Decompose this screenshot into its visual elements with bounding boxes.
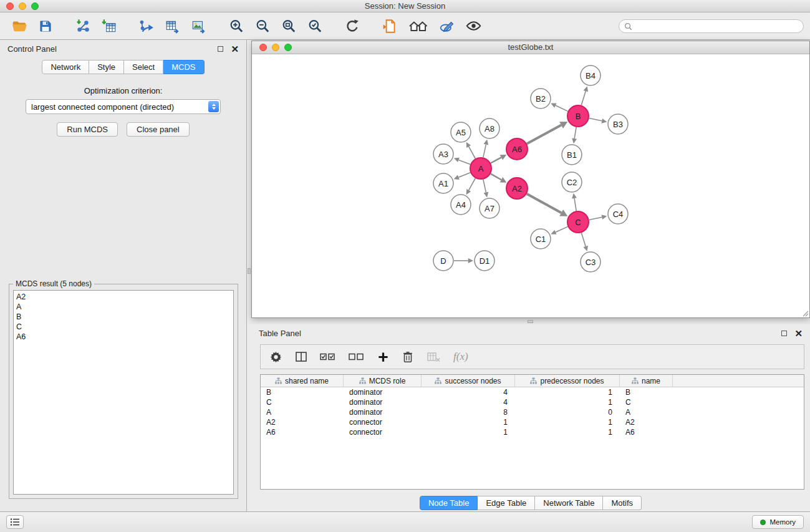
mcds-result-item[interactable]: C bbox=[16, 322, 233, 332]
export-network-button[interactable] bbox=[136, 16, 157, 37]
graph-edge-A-A7[interactable] bbox=[483, 180, 486, 193]
show-columns-button[interactable] bbox=[295, 351, 307, 363]
mcds-result-item[interactable]: B bbox=[16, 312, 233, 322]
table-settings-button[interactable] bbox=[269, 351, 282, 364]
table-close-panel-icon[interactable]: ✕ bbox=[794, 331, 803, 336]
vertical-splitter-handle[interactable] bbox=[248, 268, 251, 274]
graph-node-B4[interactable]: B4 bbox=[581, 65, 600, 85]
graph-node-A4[interactable]: A4 bbox=[451, 195, 471, 215]
function-builder-button[interactable]: f(x) bbox=[453, 351, 468, 363]
run-mcds-button[interactable]: Run MCDS bbox=[57, 122, 118, 137]
tab-mcds[interactable]: MCDS bbox=[163, 60, 204, 74]
optimization-criterion-select[interactable]: largest connected component (directed) bbox=[26, 99, 221, 114]
search-input[interactable] bbox=[632, 21, 803, 32]
graph-edge-C-C2[interactable] bbox=[574, 198, 576, 211]
zoom-window-button[interactable] bbox=[31, 2, 39, 10]
table-tab-edge-table[interactable]: Edge Table bbox=[478, 496, 535, 510]
mcds-result-item[interactable]: A bbox=[16, 302, 233, 312]
minimize-window-button[interactable] bbox=[19, 2, 26, 10]
table-float-panel-icon[interactable] bbox=[781, 331, 787, 336]
export-image-button[interactable] bbox=[188, 16, 210, 37]
tab-style[interactable]: Style bbox=[89, 60, 124, 74]
graph-node-C4[interactable]: C4 bbox=[608, 204, 628, 224]
table-row[interactable]: Bdominator41B bbox=[261, 387, 804, 397]
graph-edge-C-C3[interactable] bbox=[581, 233, 586, 246]
graph-edge-A-A1[interactable] bbox=[458, 173, 470, 178]
zoom-fit-button[interactable] bbox=[278, 16, 299, 37]
mcds-result-item[interactable]: A6 bbox=[16, 332, 233, 342]
open-session-button[interactable] bbox=[9, 16, 30, 37]
graph-node-B3[interactable]: B3 bbox=[608, 114, 628, 134]
ndex-home-button[interactable] bbox=[405, 16, 432, 37]
graph-node-B2[interactable]: B2 bbox=[531, 89, 551, 109]
table-tab-motifs[interactable]: Motifs bbox=[603, 496, 642, 510]
graph-node-A8[interactable]: A8 bbox=[480, 118, 499, 138]
tab-network[interactable]: Network bbox=[42, 60, 89, 74]
graph-node-A6[interactable]: A6 bbox=[506, 138, 528, 160]
column-header[interactable]: MCDS role bbox=[344, 375, 422, 387]
delete-column-button[interactable] bbox=[402, 351, 414, 363]
graph-node-A1[interactable]: A1 bbox=[433, 173, 453, 193]
graph-edge-A-A8[interactable] bbox=[483, 145, 486, 158]
table-row[interactable]: Cdominator41C bbox=[261, 397, 804, 407]
zoom-selected-button[interactable] bbox=[304, 16, 325, 37]
network-canvas[interactable]: B4B2BB3A5A8A6A3B1AC2A1A2A4A7C4CC1DD1C3 bbox=[252, 55, 809, 317]
zoom-in-button[interactable] bbox=[226, 16, 247, 37]
graph-edge-B-B2[interactable] bbox=[556, 105, 568, 111]
graph-node-B1[interactable]: B1 bbox=[562, 145, 582, 165]
column-header[interactable]: name bbox=[620, 375, 673, 387]
memory-button[interactable]: Memory bbox=[752, 515, 804, 529]
graph-edge-C-C4[interactable] bbox=[589, 217, 602, 220]
table-tab-network-table[interactable]: Network Table bbox=[535, 496, 603, 510]
graph-node-D[interactable]: D bbox=[433, 251, 453, 271]
save-session-button[interactable] bbox=[35, 16, 56, 37]
graph-node-B[interactable]: B bbox=[567, 105, 589, 127]
graph-edge-A2-C[interactable] bbox=[527, 194, 561, 213]
column-header[interactable]: shared name bbox=[261, 375, 344, 387]
graph-edge-A-A3[interactable] bbox=[459, 160, 471, 164]
network-minimize-button[interactable] bbox=[272, 44, 279, 51]
graph-node-D1[interactable]: D1 bbox=[475, 251, 494, 271]
export-table-button[interactable] bbox=[162, 16, 183, 37]
close-window-button[interactable] bbox=[6, 2, 14, 10]
close-panel-icon[interactable]: ✕ bbox=[231, 46, 239, 52]
graph-edge-C-C1[interactable] bbox=[556, 226, 568, 232]
graph-node-C2[interactable]: C2 bbox=[562, 172, 582, 192]
graph-node-C[interactable]: C bbox=[567, 211, 589, 233]
graph-edge-A-A2[interactable] bbox=[491, 174, 501, 180]
graph-edge-B-B4[interactable] bbox=[581, 91, 586, 105]
task-history-button[interactable] bbox=[6, 515, 24, 529]
column-header[interactable]: successor nodes bbox=[422, 375, 515, 387]
resize-grip-icon[interactable] bbox=[801, 309, 809, 317]
graph-edge-B-B1[interactable] bbox=[574, 127, 576, 138]
create-column-button[interactable] bbox=[377, 351, 389, 363]
delete-table-button[interactable] bbox=[427, 351, 441, 363]
tab-select[interactable]: Select bbox=[124, 60, 163, 74]
refresh-layout-button[interactable] bbox=[342, 16, 363, 37]
graph-edge-A-A4[interactable] bbox=[469, 178, 476, 190]
table-row[interactable]: A2connector11A2 bbox=[261, 417, 804, 427]
cyndex-button[interactable] bbox=[379, 16, 400, 37]
column-header[interactable]: predecessor nodes bbox=[515, 375, 620, 387]
annotation-mode-button[interactable] bbox=[436, 16, 458, 37]
graph-edge-A-A6[interactable] bbox=[491, 157, 501, 163]
graph-node-C3[interactable]: C3 bbox=[581, 252, 600, 272]
graph-node-A[interactable]: A bbox=[470, 158, 491, 179]
graph-edge-B-B3[interactable] bbox=[589, 118, 602, 121]
graph-node-C1[interactable]: C1 bbox=[531, 229, 551, 249]
table-row[interactable]: Adominator80A bbox=[261, 407, 804, 417]
graph-node-A7[interactable]: A7 bbox=[480, 198, 499, 218]
network-close-button[interactable] bbox=[259, 44, 267, 51]
table-tab-node-table[interactable]: Node Table bbox=[420, 496, 478, 510]
network-zoom-button[interactable] bbox=[284, 44, 292, 51]
close-panel-button[interactable]: Close panel bbox=[127, 122, 190, 137]
zoom-out-button[interactable] bbox=[252, 16, 273, 37]
graph-node-A2[interactable]: A2 bbox=[506, 178, 528, 199]
graph-edge-A6-B[interactable] bbox=[527, 125, 561, 144]
float-panel-icon[interactable] bbox=[218, 46, 223, 52]
horizontal-splitter-handle[interactable] bbox=[528, 320, 533, 323]
graph-node-A5[interactable]: A5 bbox=[451, 122, 471, 142]
mcds-result-item[interactable]: A2 bbox=[16, 292, 233, 302]
graph-edge-A-A5[interactable] bbox=[469, 147, 476, 158]
select-all-button[interactable] bbox=[320, 351, 336, 363]
